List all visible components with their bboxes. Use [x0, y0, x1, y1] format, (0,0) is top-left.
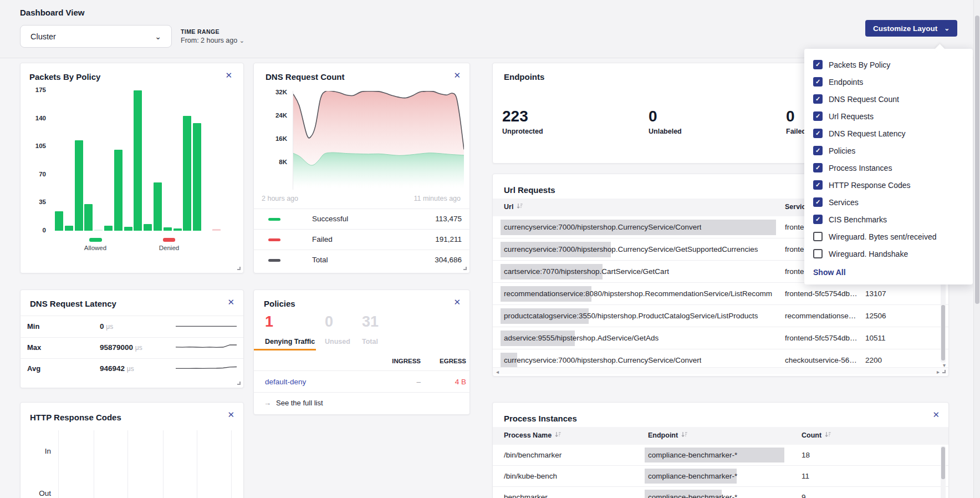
process-name-cell: /bin/benchmarker — [504, 451, 562, 459]
endpoint-cell: compliance-benchmarker-* — [648, 472, 737, 480]
checkbox-checked-icon[interactable]: ✓ — [813, 77, 823, 87]
service-cell: fronte — [785, 223, 804, 231]
checkbox-checked-icon[interactable]: ✓ — [813, 129, 823, 138]
legend-value: 304,686 — [435, 256, 462, 264]
checkbox-unchecked-icon[interactable] — [813, 249, 823, 258]
latency-unit: μs — [127, 365, 134, 373]
process-name-column-header[interactable]: Process Name — [504, 431, 561, 439]
customize-menu-item[interactable]: ✓Url Requests — [804, 108, 973, 125]
tab-unused[interactable]: Unused — [325, 338, 350, 345]
checkbox-checked-icon[interactable]: ✓ — [813, 111, 823, 121]
process-name-cell: benchmarker — [504, 493, 548, 498]
close-icon[interactable]: ✕ — [453, 297, 461, 307]
latency-row-label: Avg — [27, 364, 40, 373]
resize-handle[interactable] — [237, 382, 241, 385]
process-instance-row[interactable]: benchmarkercompliance-benchmarker-*9 — [493, 487, 948, 498]
vertical-scrollbar[interactable] — [941, 446, 946, 498]
allowed-bar — [114, 150, 122, 231]
view-selector-value: Cluster — [30, 32, 56, 41]
policy-link-default-deny[interactable]: default-deny — [265, 378, 306, 386]
checkbox-checked-icon[interactable]: ✓ — [813, 146, 823, 155]
customize-menu-item[interactable]: ✓Process Instances — [804, 159, 973, 176]
page-scrollbar-thumb[interactable] — [975, 16, 979, 304]
customize-layout-button[interactable]: Customize Layout ⌄ — [865, 20, 957, 37]
time-range-value[interactable]: From: 2 hours ago ⌄ — [181, 37, 244, 44]
legend-label: Successful — [312, 215, 348, 223]
gridline — [197, 430, 197, 498]
dns-legend-row: Failed191,211 — [254, 229, 469, 250]
url-column-header[interactable]: Url — [504, 203, 523, 211]
endpoint-column-header[interactable]: Endpoint — [648, 431, 687, 439]
service-cell: checkoutservice-56… — [785, 356, 857, 364]
sort-icon — [555, 431, 561, 439]
card-title: Endpoints — [504, 72, 544, 82]
service-cell: frontend-5fc5754db… — [785, 289, 858, 298]
customize-menu-item[interactable]: ✓HTTP Response Codes — [804, 176, 973, 194]
close-icon[interactable]: ✕ — [225, 70, 232, 80]
customize-menu-item[interactable]: ✓Endpoints — [804, 73, 973, 90]
x-axis-label-end: 11 minutes ago — [414, 195, 461, 202]
horizontal-scrollbar[interactable]: ◂ ▸ — [493, 367, 948, 374]
card-title: DNS Request Latency — [30, 299, 116, 308]
customize-menu-item[interactable]: ✓DNS Request Count — [804, 90, 973, 108]
checkbox-checked-icon[interactable]: ✓ — [813, 180, 823, 190]
url-request-row[interactable]: adservice:9555/hipstershop.AdService/Get… — [493, 327, 948, 349]
card-title: Packets By Policy — [29, 72, 100, 82]
process-instance-row[interactable]: /bin/kube-benchcompliance-benchmarker-*1… — [493, 466, 948, 487]
resize-handle[interactable] — [463, 267, 467, 270]
time-range: TIME RANGE From: 2 hours ago ⌄ — [181, 28, 244, 44]
resize-handle[interactable] — [237, 267, 241, 270]
latency-sparkline — [176, 343, 237, 352]
egress-column-header: EGRESS — [412, 358, 466, 364]
scroll-right-icon[interactable]: ▸ — [937, 369, 940, 375]
packets-by-policy-card: Packets By Policy ✕ 03570105140175Allowe… — [20, 63, 244, 273]
url-cell: currencyservice:7000/hipstershop.Currenc… — [504, 356, 701, 364]
customize-menu-item[interactable]: ✓CIS Benchmarks — [804, 211, 973, 228]
customize-menu-item[interactable]: ✓DNS Request Latency — [804, 125, 973, 142]
page-scrollbar[interactable] — [973, 0, 980, 498]
url-request-row[interactable]: recommendationservice:8080/hipstershop.R… — [493, 283, 948, 305]
allowed-bar — [134, 90, 142, 231]
count-column-header[interactable]: Count — [802, 431, 831, 439]
url-request-row[interactable]: productcatalogservice:3550/hipstershop.P… — [493, 305, 948, 327]
latency-unit: μs — [106, 323, 113, 331]
allowed-bar — [65, 226, 73, 231]
close-icon[interactable]: ✕ — [227, 410, 234, 420]
tab-total[interactable]: Total — [362, 338, 378, 345]
checkbox-checked-icon[interactable]: ✓ — [813, 215, 823, 224]
checkbox-unchecked-icon[interactable] — [813, 232, 823, 241]
menu-item-label: Url Requests — [829, 112, 874, 121]
latency-row-value: 95879000 μs — [100, 343, 142, 352]
latency-unit: μs — [135, 344, 142, 352]
tab-denying-traffic[interactable]: Denying Traffic — [265, 338, 315, 345]
close-icon[interactable]: ✕ — [227, 297, 234, 307]
view-selector-dropdown[interactable]: Cluster ⌄ — [20, 25, 172, 48]
customize-menu-item[interactable]: Wireguard. Handshake — [804, 245, 973, 262]
url-cell: currencyservice:7000/hipstershop.Currenc… — [504, 245, 758, 253]
allowed-bar — [154, 182, 162, 231]
customize-menu-item[interactable]: ✓Services — [804, 194, 973, 211]
latency-row-label: Max — [27, 343, 41, 352]
checkbox-checked-icon[interactable]: ✓ — [813, 94, 823, 104]
show-all-link[interactable]: Show All — [813, 268, 964, 277]
card-title: DNS Request Count — [266, 72, 345, 82]
table-header-band — [493, 427, 948, 445]
divider — [21, 337, 243, 338]
checkbox-checked-icon[interactable]: ✓ — [813, 197, 823, 207]
dns-legend-row: Successful113,475 — [254, 209, 469, 229]
customize-menu-item[interactable]: Wireguard. Bytes sent/received — [804, 228, 973, 245]
checkbox-checked-icon[interactable]: ✓ — [813, 60, 823, 69]
scroll-left-icon[interactable]: ◂ — [496, 369, 499, 375]
process-instance-row[interactable]: /bin/benchmarkercompliance-benchmarker-*… — [493, 445, 948, 466]
endpoint-stat-value: 0 — [649, 108, 657, 125]
customize-menu-item[interactable]: ✓Policies — [804, 142, 973, 159]
allowed-bar — [84, 204, 93, 231]
checkbox-checked-icon[interactable]: ✓ — [813, 163, 823, 172]
resize-handle[interactable] — [942, 370, 946, 373]
service-cell: fronte — [785, 267, 804, 276]
close-icon[interactable]: ✕ — [932, 410, 940, 420]
card-title: Policies — [264, 299, 295, 308]
close-icon[interactable]: ✕ — [453, 70, 461, 80]
customize-menu-item[interactable]: ✓Packets By Policy — [804, 56, 973, 73]
see-full-list-link[interactable]: → See the full list — [264, 399, 323, 407]
